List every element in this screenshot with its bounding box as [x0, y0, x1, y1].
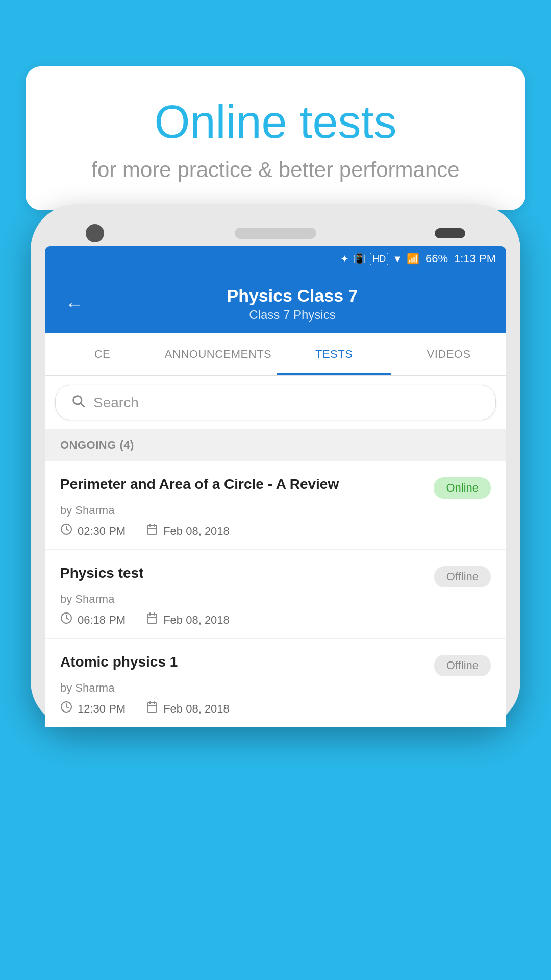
tab-announcements[interactable]: ANNOUNCEMENTS	[160, 333, 277, 375]
status-badge: Offline	[434, 566, 491, 587]
status-bar: ✦ 📳 HD ▼ 📶 66% 1:13 PM	[45, 246, 506, 272]
test-date-value: Feb 08, 2018	[163, 614, 230, 627]
hd-label: HD	[370, 253, 388, 265]
test-title: Physics test	[60, 564, 424, 582]
test-meta: 02:30 PM Feb 08, 2018	[60, 523, 491, 539]
tab-videos[interactable]: VIDEOS	[391, 333, 506, 375]
test-item[interactable]: Atomic physics 1 Offline by Sharma 12:30…	[45, 639, 506, 727]
phone-top	[45, 218, 506, 246]
camera	[86, 224, 104, 242]
test-item[interactable]: Physics test Offline by Sharma 06:18 PM	[45, 550, 506, 639]
bubble-title: Online tests	[56, 97, 495, 148]
test-time-value: 12:30 PM	[78, 702, 126, 716]
app-bar-info: Physics Class 7 Class 7 Physics	[99, 286, 486, 322]
test-time: 06:18 PM	[60, 612, 126, 628]
wifi-icon: ▼	[392, 253, 403, 265]
tab-ce[interactable]: CE	[45, 333, 160, 375]
back-button[interactable]: ←	[65, 293, 84, 315]
test-date: Feb 08, 2018	[146, 701, 230, 717]
test-title: Atomic physics 1	[60, 653, 424, 671]
app-bar-breadcrumb: Class 7 Physics	[99, 308, 486, 322]
svg-rect-3	[147, 525, 157, 534]
test-author: by Sharma	[60, 504, 491, 517]
section-label: ONGOING (4)	[60, 438, 134, 451]
time-text: 1:13 PM	[454, 252, 496, 265]
calendar-icon	[146, 523, 158, 539]
test-time-value: 06:18 PM	[78, 614, 126, 627]
calendar-icon	[146, 701, 158, 717]
app-bar-title: Physics Class 7	[99, 286, 486, 306]
calendar-icon	[146, 612, 158, 628]
screen: ✦ 📳 HD ▼ 📶 66% 1:13 PM ← Physics Class 7…	[45, 246, 506, 727]
phone-body: ✦ 📳 HD ▼ 📶 66% 1:13 PM ← Physics Class 7…	[31, 204, 520, 727]
test-item[interactable]: Perimeter and Area of a Circle - A Revie…	[45, 461, 506, 550]
status-icons: ✦ 📳 HD ▼ 📶	[340, 253, 419, 265]
signal-icon: 📶	[407, 253, 419, 265]
bluetooth-icon: ✦	[340, 253, 349, 265]
search-placeholder: Search	[93, 395, 139, 411]
status-badge: Offline	[434, 655, 491, 676]
test-item-top: Perimeter and Area of a Circle - A Revie…	[60, 475, 491, 499]
search-input-box[interactable]: Search	[55, 385, 496, 420]
app-bar: ← Physics Class 7 Class 7 Physics	[45, 272, 506, 333]
test-date: Feb 08, 2018	[146, 612, 230, 628]
speech-bubble: Online tests for more practice & better …	[26, 66, 525, 210]
home-button-area	[435, 228, 465, 238]
svg-rect-8	[147, 614, 157, 623]
test-item-top: Atomic physics 1 Offline	[60, 653, 491, 676]
test-item-top: Physics test Offline	[60, 564, 491, 587]
test-meta: 12:30 PM Feb 08, 2018	[60, 701, 491, 717]
search-bar[interactable]: Search	[45, 376, 506, 429]
speaker	[235, 228, 316, 239]
test-time-value: 02:30 PM	[78, 525, 126, 538]
clock-icon	[60, 612, 72, 628]
vibrate-icon: 📳	[353, 253, 366, 265]
test-date-value: Feb 08, 2018	[163, 702, 230, 716]
test-author: by Sharma	[60, 681, 491, 695]
phone-wrapper: ✦ 📳 HD ▼ 📶 66% 1:13 PM ← Physics Class 7…	[31, 204, 520, 980]
test-title: Perimeter and Area of a Circle - A Revie…	[60, 475, 423, 494]
test-author: by Sharma	[60, 593, 491, 606]
test-date-value: Feb 08, 2018	[163, 525, 230, 538]
test-time: 02:30 PM	[60, 523, 126, 539]
section-header: ONGOING (4)	[45, 429, 506, 461]
svg-line-1	[81, 403, 84, 406]
tab-tests[interactable]: TESTS	[277, 333, 391, 375]
svg-rect-13	[147, 703, 157, 712]
bubble-subtitle: for more practice & better performance	[56, 158, 495, 182]
clock-icon	[60, 523, 72, 539]
tabs: CE ANNOUNCEMENTS TESTS VIDEOS	[45, 333, 506, 376]
test-date: Feb 08, 2018	[146, 523, 230, 539]
status-badge: Online	[434, 477, 491, 499]
clock-icon	[60, 701, 72, 717]
battery-text: 66%	[425, 252, 448, 265]
test-time: 12:30 PM	[60, 701, 126, 717]
search-icon	[71, 394, 85, 411]
test-meta: 06:18 PM Feb 08, 2018	[60, 612, 491, 628]
